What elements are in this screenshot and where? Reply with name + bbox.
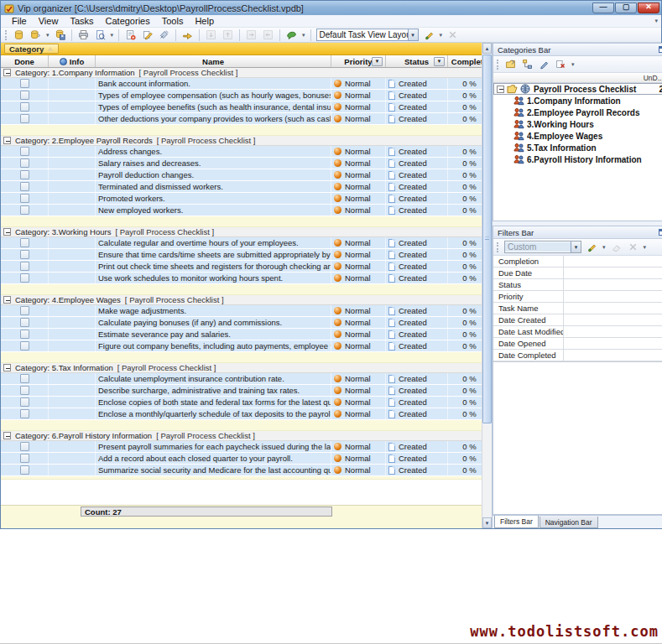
tab-filters-bar[interactable]: Filters Bar <box>494 516 539 528</box>
delete-task-button[interactable] <box>156 29 172 42</box>
filter-value-field[interactable] <box>564 314 662 325</box>
task-row[interactable]: Figure out company benefits, including a… <box>1 340 492 352</box>
task-row[interactable]: Promoted workers.NormalCreated0 % <box>1 193 492 205</box>
task-row[interactable]: Present payroll summaries for each paych… <box>1 441 492 453</box>
task-row[interactable]: Terminated and dismissed workers.NormalC… <box>1 181 492 193</box>
scroll-down-icon[interactable]: ▼ <box>482 517 492 528</box>
filters-toolbar-overflow-icon[interactable]: ▾ <box>642 244 649 251</box>
task-row[interactable]: Use work schedules to monitor working ho… <box>1 273 492 284</box>
task-done-checkbox[interactable] <box>20 397 29 407</box>
collapse-icon[interactable] <box>3 432 11 439</box>
delete-layout-button[interactable] <box>445 29 461 42</box>
task-done-checkbox[interactable] <box>20 182 29 191</box>
filter-value-field[interactable] <box>564 256 662 267</box>
category-group-row[interactable]: Category: 5.Tax Information[ Payroll Pro… <box>1 363 492 373</box>
task-done-checkbox[interactable] <box>20 170 29 179</box>
menu-file[interactable]: File <box>6 16 33 26</box>
column-header-name[interactable]: Name <box>96 55 331 67</box>
menu-tasks[interactable]: Tasks <box>64 16 99 26</box>
task-row[interactable]: Make wage adjustments.NormalCreated0 % <box>1 305 492 317</box>
task-row[interactable]: Bank account information.NormalCreated0 … <box>1 78 492 90</box>
task-done-checkbox[interactable] <box>20 262 29 271</box>
new-category-button[interactable] <box>503 58 519 71</box>
edit-task-button[interactable] <box>139 29 155 42</box>
column-header-done[interactable]: Done <box>1 55 49 67</box>
close-button[interactable]: ✕ <box>638 3 659 13</box>
task-row[interactable]: Salary raises and decreases.NormalCreate… <box>1 158 492 169</box>
task-row[interactable]: Enclose copies of both state and federal… <box>1 397 492 408</box>
task-row[interactable]: Calculate regular and overtime hours of … <box>1 237 492 249</box>
filter-value-field[interactable] <box>564 303 662 314</box>
print-dropdown-icon[interactable]: ▾ <box>109 32 116 39</box>
task-done-checkbox[interactable] <box>20 454 29 463</box>
task-row[interactable]: Other deductions your company provides t… <box>1 113 492 125</box>
task-done-checkbox[interactable] <box>20 238 29 247</box>
task-done-checkbox[interactable] <box>20 341 29 351</box>
category-tree-item[interactable]: 3.Working Hours44 <box>493 118 662 130</box>
move-down-button[interactable] <box>203 29 219 42</box>
task-done-checkbox[interactable] <box>20 465 29 475</box>
menu-tools[interactable]: Tools <box>156 16 190 26</box>
maximize-button[interactable]: ▢ <box>615 3 637 13</box>
task-done-checkbox[interactable] <box>20 147 29 156</box>
task-done-checkbox[interactable] <box>20 386 29 395</box>
task-row[interactable]: New employed workers.NormalCreated0 % <box>1 205 492 216</box>
toolbar-grip[interactable] <box>497 242 499 252</box>
category-tree-item[interactable]: 2.Employee Payroll Records66 <box>493 106 662 118</box>
collapse-icon[interactable] <box>3 69 11 76</box>
task-row[interactable]: Estimate severance pay and salaries.Norm… <box>1 329 492 340</box>
clear-filter-button[interactable] <box>608 241 624 254</box>
new-database-button[interactable] <box>11 29 27 42</box>
task-row[interactable]: Types of employee compensation (such as … <box>1 90 492 101</box>
tab-navigation-bar[interactable]: Navigation Bar <box>540 517 598 528</box>
category-group-row[interactable]: Category: 2.Employee Payroll Records[ Pa… <box>1 136 492 146</box>
notify-dropdown-icon[interactable]: ▾ <box>300 32 307 39</box>
task-row[interactable]: Payroll deduction changes.NormalCreated0… <box>1 169 492 181</box>
menu-help[interactable]: Help <box>189 16 220 26</box>
task-row[interactable]: Add a record about each closed quarter t… <box>1 453 492 465</box>
notify-button[interactable] <box>284 29 300 42</box>
category-group-row[interactable]: Category: 4.Employee Wages[ Payroll Proc… <box>1 295 492 305</box>
filter-value-field[interactable] <box>564 267 662 278</box>
task-row[interactable]: Enclose a monthly/quarterly schedule of … <box>1 408 492 420</box>
task-row[interactable]: Ensure that time cards/time sheets are s… <box>1 249 492 261</box>
task-row[interactable]: Calculate unemployment insurance contrib… <box>1 373 492 385</box>
status-filter-dropdown-icon[interactable]: ▼ <box>434 57 445 66</box>
category-tree-item[interactable]: 6.Payroll History Information55 <box>493 153 662 165</box>
categories-toolbar-overflow-icon[interactable]: ▾ <box>570 61 576 68</box>
filter-value-field[interactable] <box>564 279 662 290</box>
panel-float-icon[interactable] <box>659 229 662 236</box>
delete-category-button[interactable] <box>553 58 569 71</box>
filter-value-field[interactable] <box>564 338 662 349</box>
scroll-up-icon[interactable]: ▲ <box>482 43 492 54</box>
category-tree-item[interactable]: 1.Company Information44 <box>493 95 662 106</box>
combo-dropdown-icon[interactable]: ▾ <box>571 242 581 252</box>
save-layout-button[interactable] <box>421 29 437 42</box>
priority-filter-dropdown-icon[interactable]: ▼ <box>372 57 383 66</box>
menu-categories[interactable]: Categories <box>100 16 156 26</box>
task-done-checkbox[interactable] <box>20 158 29 168</box>
task-done-checkbox[interactable] <box>20 194 29 203</box>
category-tree-item[interactable]: 4.Employee Wages44 <box>493 130 662 142</box>
collapse-icon[interactable] <box>3 296 11 304</box>
delete-filter-button[interactable] <box>625 241 641 254</box>
task-row[interactable]: Types of employee benefits (such as heal… <box>1 101 492 113</box>
save-filter-dropdown-icon[interactable]: ▾ <box>601 244 607 251</box>
collapse-icon[interactable] <box>497 86 504 93</box>
open-database-dropdown-icon[interactable]: ▾ <box>44 32 51 39</box>
print-preview-button[interactable] <box>92 29 108 42</box>
category-group-row[interactable]: Category: 6.Payroll History Information[… <box>1 431 492 441</box>
task-done-checkbox[interactable] <box>20 442 29 451</box>
filter-value-field[interactable] <box>564 326 662 337</box>
collapse-icon[interactable] <box>3 364 11 371</box>
minimize-button[interactable]: — <box>592 3 614 13</box>
save-database-button[interactable] <box>52 29 68 42</box>
filter-value-field[interactable] <box>564 350 662 361</box>
new-task-button[interactable] <box>122 29 138 42</box>
save-layout-dropdown-icon[interactable]: ▾ <box>438 32 445 39</box>
task-done-checkbox[interactable] <box>20 205 29 215</box>
task-done-checkbox[interactable] <box>20 318 29 327</box>
task-done-checkbox[interactable] <box>20 91 29 100</box>
task-done-checkbox[interactable] <box>20 250 29 259</box>
collapse-icon[interactable] <box>3 228 11 236</box>
